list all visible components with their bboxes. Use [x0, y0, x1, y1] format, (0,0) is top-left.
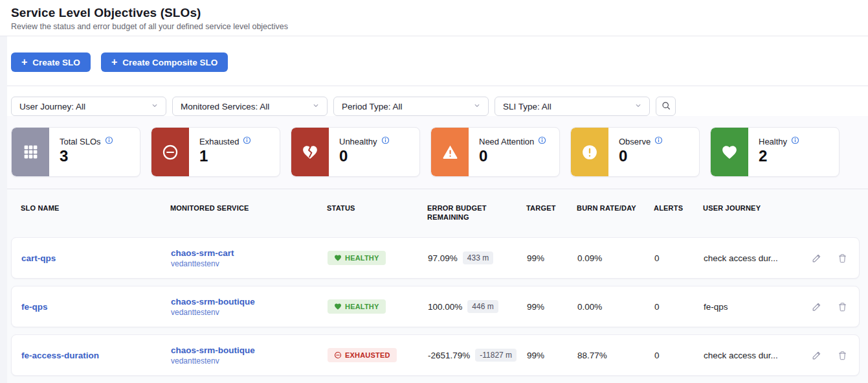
alerts-count: 0	[654, 302, 704, 312]
slo-name-link[interactable]: cart-qps	[21, 253, 171, 263]
minus-circle-icon	[151, 128, 189, 176]
status-label: HEALTHY	[345, 254, 379, 262]
broken-heart-icon	[291, 128, 329, 176]
burn-rate-value: 88.77%	[577, 351, 654, 360]
delete-icon	[837, 253, 848, 264]
col-header-burn-rate: BURN RATE/DAY	[577, 203, 654, 213]
environment-label: vedanttestenv	[171, 259, 328, 268]
burn-rate-value: 0.09%	[577, 253, 654, 263]
exclamation-circle-icon	[571, 128, 608, 176]
card-value: 3	[60, 148, 113, 165]
monitored-service-link[interactable]: chaos-srm-boutique	[171, 345, 328, 355]
edit-button[interactable]	[811, 349, 823, 361]
alerts-count: 0	[654, 253, 704, 263]
left-edge-strip	[0, 36, 7, 383]
info-icon[interactable]	[654, 136, 663, 146]
col-header-target: TARGET	[526, 203, 577, 213]
delete-button[interactable]	[837, 301, 848, 312]
status-badge: HEALTHY	[328, 299, 386, 314]
info-icon[interactable]	[381, 136, 390, 146]
error-budget-value: 100.00%	[428, 302, 462, 312]
card-value: 0	[339, 148, 390, 165]
summary-card-exhausted[interactable]: Exhausted 1	[151, 127, 280, 177]
summary-card-unhealthy[interactable]: Unhealthy 0	[291, 127, 420, 177]
heart-icon	[711, 128, 748, 176]
filter-sli-type[interactable]: SLI Type: All	[495, 97, 650, 116]
heart-icon	[334, 254, 342, 262]
plus-icon: +	[111, 57, 117, 67]
filter-period-type-label: Period Type: All	[342, 102, 403, 111]
error-budget-minutes-chip: 446 m	[467, 300, 498, 313]
plus-icon: +	[21, 57, 27, 67]
card-label: Total SLOs	[60, 137, 101, 146]
card-value: 0	[479, 148, 546, 165]
target-value: 99%	[527, 351, 577, 360]
create-composite-slo-label: Create Composite SLO	[122, 58, 217, 67]
filter-sli-type-label: SLI Type: All	[503, 102, 551, 111]
delete-icon	[837, 350, 848, 361]
slo-name-link[interactable]: fe-access-duration	[21, 351, 171, 360]
col-header-user-journey: USER JOURNEY	[703, 203, 803, 213]
monitored-service-link[interactable]: chaos-srm-cart	[171, 248, 328, 258]
create-slo-button[interactable]: + Create SLO	[11, 52, 91, 72]
edit-button[interactable]	[811, 252, 823, 264]
environment-label: vedanttestenv	[171, 308, 328, 317]
summary-card-need-attention[interactable]: Need Attention 0	[430, 127, 560, 177]
environment-label: vedanttestenv	[171, 356, 328, 366]
info-icon[interactable]	[105, 136, 113, 146]
target-value: 99%	[527, 302, 577, 312]
create-composite-slo-button[interactable]: + Create Composite SLO	[101, 52, 228, 72]
slo-page: Service Level Objectives (SLOs) Review t…	[0, 0, 868, 383]
delete-button[interactable]	[837, 252, 848, 264]
heart-icon	[334, 303, 342, 310]
error-budget-value: -2651.79%	[428, 351, 470, 360]
filter-user-journey[interactable]: User Journey: All	[11, 97, 166, 116]
minus-circle-icon	[334, 351, 342, 359]
summary-card-observe[interactable]: Observe 0	[570, 127, 700, 177]
table-header-row: SLO NAME MONITORED SERVICE STATUS ERROR …	[11, 189, 860, 237]
table-row[interactable]: fe-qps chaos-srm-boutique vedanttestenv …	[11, 286, 860, 327]
card-label: Need Attention	[479, 137, 534, 146]
filter-monitored-services[interactable]: Monitored Services: All	[172, 97, 328, 116]
page-subtitle: Review the status and error budget of al…	[11, 22, 868, 31]
status-badge: HEALTHY	[328, 251, 386, 265]
card-label: Observe	[619, 137, 651, 146]
status-label: EXHAUSTED	[345, 351, 390, 359]
slo-name-link[interactable]: fe-qps	[21, 302, 171, 312]
edit-button[interactable]	[811, 301, 823, 312]
table-row[interactable]: fe-access-duration chaos-srm-boutique ve…	[11, 334, 860, 376]
col-header-error-budget: ERROR BUDGET REMAINING	[427, 203, 492, 222]
card-value: 1	[199, 148, 251, 165]
info-icon[interactable]	[538, 136, 546, 146]
table-row[interactable]: cart-qps chaos-srm-cart vedanttestenv HE…	[11, 237, 860, 279]
card-value: 0	[619, 148, 663, 165]
chevron-down-icon	[311, 101, 320, 112]
grid-icon	[12, 128, 49, 176]
monitored-service-link[interactable]: chaos-srm-boutique	[171, 297, 328, 307]
info-icon[interactable]	[243, 136, 251, 146]
burn-rate-value: 0.00%	[577, 302, 654, 312]
chevron-down-icon	[150, 101, 159, 112]
search-button[interactable]	[656, 97, 676, 116]
warning-triangle-icon	[431, 128, 469, 176]
slo-table: SLO NAME MONITORED SERVICE STATUS ERROR …	[0, 189, 868, 383]
chevron-down-icon	[634, 101, 643, 112]
status-badge: EXHAUSTED	[328, 348, 397, 362]
summary-card-healthy[interactable]: Healthy 2	[710, 127, 840, 177]
search-icon	[661, 100, 671, 113]
summary-card-total-slos[interactable]: Total SLOs 3	[11, 127, 140, 177]
page-title: Service Level Objectives (SLOs)	[11, 6, 868, 20]
edit-icon	[811, 301, 823, 312]
user-journey-value: fe-qps	[704, 302, 803, 312]
info-icon[interactable]	[791, 136, 799, 146]
error-budget-minutes-chip: 433 m	[463, 251, 493, 264]
col-header-alerts: ALERTS	[654, 203, 703, 213]
user-journey-value: check access dur...	[704, 253, 803, 263]
delete-button[interactable]	[837, 349, 848, 361]
edit-icon	[811, 349, 823, 361]
card-label: Unhealthy	[339, 137, 377, 146]
toolbar: + Create SLO + Create Composite SLO	[0, 36, 868, 86]
filter-period-type[interactable]: Period Type: All	[333, 97, 489, 116]
card-value: 2	[759, 148, 799, 165]
page-header: Service Level Objectives (SLOs) Review t…	[0, 0, 868, 36]
